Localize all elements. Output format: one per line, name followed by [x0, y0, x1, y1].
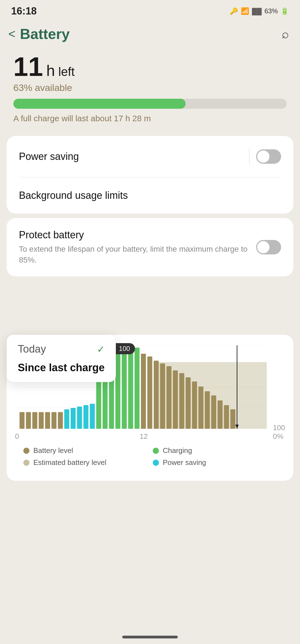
chart-y-labels: 100 0%	[269, 423, 285, 441]
status-time: 16:18	[11, 5, 37, 17]
protect-battery-card: Protect battery To extend the lifespan o…	[7, 218, 293, 276]
power-saving-switch[interactable]	[256, 149, 281, 164]
battery-unit: h	[46, 61, 55, 80]
svg-rect-32	[186, 377, 191, 429]
svg-rect-29	[166, 366, 171, 429]
background-usage-row[interactable]: Background usage limits	[7, 177, 293, 214]
svg-rect-18	[96, 382, 101, 429]
battery-hours: 11	[13, 53, 43, 80]
battery-full-icon: 🔋	[281, 7, 289, 15]
legend-dot-power-saving	[153, 460, 159, 466]
legend-label-power-saving: Power saving	[163, 458, 206, 467]
svg-rect-21	[115, 354, 120, 429]
svg-rect-7	[26, 412, 31, 429]
battery-progress-fill	[13, 99, 186, 109]
svg-rect-34	[198, 387, 203, 429]
dropdown-today-row[interactable]: Today ✓	[18, 343, 105, 355]
svg-rect-38	[224, 405, 229, 429]
legend-dot-charging	[153, 448, 159, 454]
x-label-12: 12	[140, 432, 148, 441]
svg-rect-24	[134, 348, 139, 429]
svg-rect-23	[128, 348, 133, 429]
protect-battery-title: Protect battery	[19, 229, 251, 241]
svg-rect-33	[192, 382, 197, 429]
power-saving-toggle[interactable]	[249, 148, 281, 165]
svg-rect-36	[211, 395, 216, 429]
battery-progress-bar	[13, 99, 287, 109]
protect-battery-text: Protect battery To extend the lifespan o…	[19, 229, 251, 265]
header-left: < Battery	[8, 26, 70, 42]
signal-icon: ▓▓	[252, 7, 262, 15]
battery-left-label: left	[58, 65, 75, 79]
svg-rect-11	[51, 412, 56, 429]
key-icon: 🔑	[230, 7, 238, 15]
battery-percent: 63% available	[13, 82, 287, 93]
chart-card: Today ✓ Since last charge ⚡ 100	[7, 335, 293, 481]
y-label-100: 100	[273, 423, 285, 432]
protect-battery-switch[interactable]	[256, 240, 281, 254]
svg-rect-12	[58, 412, 63, 429]
toggle-divider	[249, 148, 249, 165]
protect-battery-row[interactable]: Protect battery To extend the lifespan o…	[7, 218, 293, 276]
battery-full-charge-info: A full charge will last about 17 h 28 m	[13, 114, 287, 123]
svg-rect-15	[77, 407, 82, 429]
legend-estimated: Estimated battery level	[23, 458, 147, 467]
legend-dot-battery	[23, 448, 29, 454]
legend-charging: Charging	[153, 446, 277, 455]
svg-rect-31	[179, 373, 184, 429]
svg-rect-17	[90, 404, 95, 429]
back-button[interactable]: <	[8, 28, 16, 40]
power-saving-label: Power saving	[19, 151, 79, 162]
svg-rect-13	[64, 409, 69, 429]
power-saving-card: Power saving Background usage limits	[7, 136, 293, 214]
legend-power-saving: Power saving	[153, 458, 277, 467]
legend-label-estimated: Estimated battery level	[33, 458, 106, 467]
svg-rect-30	[173, 370, 178, 429]
svg-rect-8	[32, 412, 37, 429]
x-label-0: 0	[15, 432, 19, 441]
header: < Battery ⌕	[0, 20, 300, 48]
chart-legend: Battery level Charging Estimated battery…	[15, 441, 285, 475]
svg-rect-26	[147, 356, 152, 429]
svg-rect-25	[141, 354, 146, 429]
legend-battery-level: Battery level	[23, 446, 147, 455]
bottom-handle	[122, 636, 178, 638]
protect-battery-desc: To extend the lifespan of your battery, …	[19, 244, 251, 265]
bottom-spacer	[0, 485, 300, 507]
svg-rect-14	[71, 408, 76, 429]
search-button[interactable]: ⌕	[282, 27, 289, 41]
wifi-icon: 📶	[241, 7, 249, 15]
svg-rect-27	[154, 361, 159, 429]
svg-rect-35	[205, 391, 210, 429]
background-usage-label: Background usage limits	[19, 190, 128, 201]
page-title: Battery	[20, 26, 70, 42]
status-icons: 🔑 📶 ▓▓ 63% 🔋	[230, 7, 289, 15]
svg-rect-28	[160, 363, 165, 429]
status-bar: 16:18 🔑 📶 ▓▓ 63% 🔋	[0, 0, 300, 20]
dropdown-today-label[interactable]: Today	[18, 343, 46, 355]
chart-x-labels: 0 12	[15, 430, 269, 441]
svg-rect-16	[83, 405, 88, 429]
battery-time-display: 11 h left	[13, 53, 287, 80]
svg-rect-22	[122, 350, 127, 429]
chart-dropdown[interactable]: Today ✓ Since last charge	[7, 335, 116, 382]
legend-dot-estimated	[23, 460, 29, 466]
svg-rect-9	[39, 412, 44, 429]
y-label-0: 0%	[273, 432, 285, 441]
svg-rect-37	[218, 400, 222, 429]
battery-info-section: 11 h left 63% available A full charge wi…	[0, 48, 300, 132]
svg-rect-6	[19, 412, 24, 429]
power-saving-row[interactable]: Power saving	[7, 136, 293, 177]
legend-label-charging: Charging	[163, 446, 192, 455]
bottom-navigation-bar	[0, 633, 300, 644]
dropdown-check-icon: ✓	[97, 344, 105, 355]
svg-rect-39	[230, 409, 235, 429]
dropdown-since-label[interactable]: Since last charge	[18, 362, 105, 374]
battery-icon: 63%	[264, 7, 278, 15]
svg-rect-10	[45, 412, 50, 429]
legend-label-battery: Battery level	[33, 446, 73, 455]
